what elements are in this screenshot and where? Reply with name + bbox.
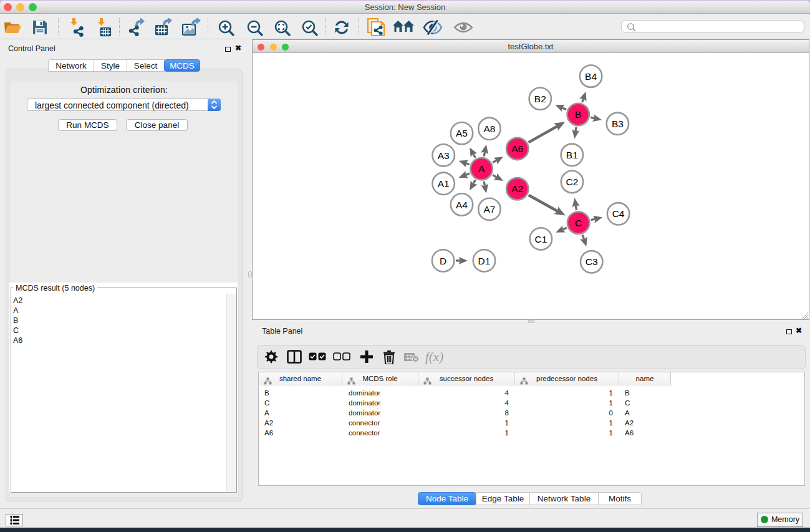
svg-text:A: A <box>478 163 485 174</box>
svg-text:C3: C3 <box>586 256 598 267</box>
svg-text:B2: B2 <box>534 94 546 104</box>
svg-text:C: C <box>575 218 582 228</box>
svg-text:A4: A4 <box>456 200 468 210</box>
svg-text:B1: B1 <box>566 150 578 160</box>
svg-text:D1: D1 <box>478 256 491 266</box>
svg-text:B3: B3 <box>612 118 624 129</box>
svg-text:C2: C2 <box>566 177 579 187</box>
svg-text:C4: C4 <box>612 208 625 219</box>
svg-text:A1: A1 <box>438 178 450 189</box>
svg-text:A2: A2 <box>511 183 523 194</box>
svg-text:D: D <box>440 256 446 266</box>
svg-text:A7: A7 <box>483 204 495 215</box>
svg-text:A6: A6 <box>511 143 523 154</box>
svg-text:A5: A5 <box>456 128 468 138</box>
svg-text:C1: C1 <box>534 234 547 244</box>
svg-text:B4: B4 <box>585 71 597 82</box>
svg-text:A3: A3 <box>438 150 450 161</box>
svg-text:B: B <box>575 109 581 120</box>
svg-text:f(x): f(x) <box>425 349 443 364</box>
svg-text:A8: A8 <box>483 123 495 134</box>
